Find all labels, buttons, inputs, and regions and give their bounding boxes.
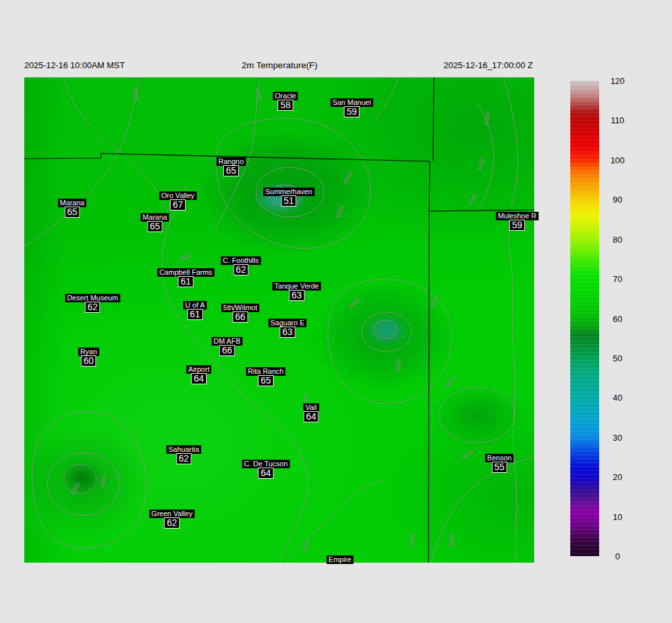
colorbar-tick-label: 110: [604, 115, 631, 125]
colorbar-tick-label: 20: [604, 472, 631, 482]
colorbar-tick-label: 70: [604, 274, 631, 284]
colorbar-tick-label: 100: [604, 155, 631, 165]
colorbar-tick-label: 30: [604, 432, 631, 442]
colorbar-tick-label: 60: [604, 313, 631, 323]
utc-timestamp: 2025-12-16_17:00:00 Z: [444, 60, 533, 71]
colorbar-tick-label: 40: [604, 393, 631, 403]
weather-map-page: 2025-12-16 10:00AM MST 2m Temperature(F)…: [0, 0, 672, 623]
local-timestamp: 2025-12-16 10:00AM MST: [24, 60, 125, 71]
colorbar-tick-label: 120: [604, 76, 631, 86]
contour-elevation-label: 6000: [394, 359, 402, 372]
temperature-colorbar: [570, 81, 599, 556]
colorbar-tick-label: 0: [604, 552, 631, 561]
colorbar-banding: [570, 81, 599, 556]
page-title: 2m Temperature(F): [242, 60, 317, 71]
colorbar-tick-label: 50: [604, 353, 631, 363]
colorbar-tick-label: 10: [604, 512, 631, 521]
colorbar-tick-label: 90: [604, 195, 631, 205]
map-lines-layer: [24, 77, 534, 563]
temperature-map: 3000400040005000600050004000300040004000…: [24, 77, 534, 563]
colorbar-tick-label: 80: [604, 234, 631, 244]
